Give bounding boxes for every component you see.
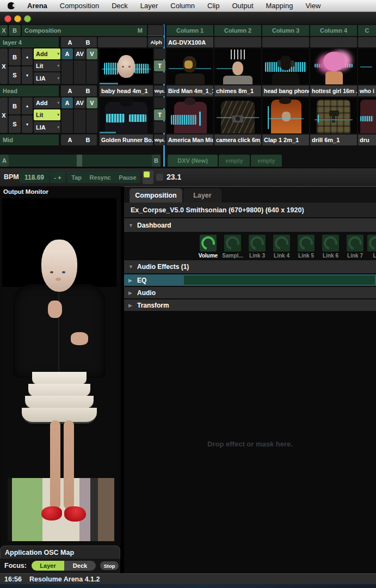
layer-mid-ab[interactable]: A B <box>61 134 97 145</box>
layer-mid-solo-button[interactable]: S <box>9 115 21 133</box>
layer-head-bypass-button[interactable]: B <box>9 48 21 65</box>
column-header-3[interactable]: Column 3 <box>262 25 309 36</box>
menu-composition[interactable]: Composition <box>60 2 99 10</box>
clip-thumb-america-man[interactable] <box>167 97 213 133</box>
knob-link4[interactable]: Link 4 <box>269 235 294 259</box>
clip-slot-empty[interactable] <box>358 37 376 47</box>
stop-button[interactable]: Stop <box>100 561 119 570</box>
layer-mid-up-button[interactable]: ▲ <box>22 97 33 114</box>
layer-head-blend-lit[interactable]: Lit▾ <box>34 60 60 71</box>
layer-head-t-button[interactable]: T <box>154 60 165 71</box>
focus-layer-button[interactable]: Layer <box>32 561 64 571</box>
layer4-alpha-button[interactable]: Alph <box>148 37 164 47</box>
layer-head-up-button[interactable]: ▲ <box>22 48 33 65</box>
layer-mid-active-clip-thumb[interactable] <box>100 97 153 133</box>
layer-head-v-column[interactable] <box>87 60 97 84</box>
layer-head-ab[interactable]: A B <box>61 85 97 96</box>
tab-composition[interactable]: Composition <box>130 188 182 203</box>
layer-mid-t-button[interactable]: T <box>154 109 165 120</box>
clip-name-hottest-girl[interactable]: hottest girl 16m ... <box>310 85 357 96</box>
deck-tab-dxv[interactable]: DXV (New) <box>168 155 218 167</box>
bpm-value-field[interactable]: 118.69 <box>20 171 49 183</box>
layer-mid-v-column[interactable] <box>87 109 97 133</box>
knob-link3[interactable]: Link 3 <box>245 235 269 259</box>
clip-thumb-head-bang[interactable] <box>262 48 309 84</box>
clip-name-head-bang[interactable]: head bang phone... <box>262 85 309 96</box>
knob-sample[interactable]: Sampl... <box>220 235 245 259</box>
crossfader-handle[interactable] <box>77 155 82 167</box>
collapse-triangle-icon[interactable]: ▼ <box>124 264 137 270</box>
menu-mapping[interactable]: Mapping <box>266 2 293 10</box>
clip-name-clap[interactable]: Clap 1 2m_1 <box>262 134 309 145</box>
layer-head-av-column[interactable] <box>74 60 85 84</box>
tab-layer[interactable]: Layer <box>183 188 221 203</box>
comp-master-button[interactable]: M <box>138 27 147 34</box>
composition-label-bar[interactable]: Composition M <box>22 25 147 36</box>
crossfader[interactable]: A B <box>0 155 161 167</box>
layer-mid-x-button[interactable]: X <box>0 97 8 133</box>
expand-triangle-icon[interactable]: ▶ <box>124 303 137 308</box>
tap-button[interactable]: Tap <box>71 174 82 181</box>
clip-thumb-bird-man[interactable] <box>167 48 213 84</box>
layer-mid-clip-name[interactable]: Golden Runner Bo... <box>100 134 153 145</box>
layer-mid-a-column[interactable] <box>61 109 73 133</box>
knob-link6[interactable]: Link 6 <box>318 235 343 259</box>
clip-thumb-camera-click[interactable] <box>214 97 261 133</box>
layer-mid-transition-empty[interactable] <box>154 97 165 108</box>
clip-thumb-chimes[interactable] <box>214 48 261 84</box>
layer-mid-bypass-button[interactable]: B <box>9 97 21 114</box>
knob-link7[interactable]: Link 7 <box>343 235 367 259</box>
layer-head-x-button[interactable]: X <box>0 48 8 84</box>
bpm-dec-inc-buttons[interactable]: - + <box>50 171 65 183</box>
layer-head-wipe-button[interactable]: WipL <box>154 85 165 96</box>
column-header-4[interactable]: Column 4 <box>310 25 357 36</box>
clip-slot-empty[interactable] <box>214 37 261 47</box>
layer-head-transition-empty[interactable] <box>154 72 165 84</box>
resync-button[interactable]: Resync <box>90 174 111 181</box>
close-button[interactable] <box>4 15 11 22</box>
layer-mid-blend-add[interactable]: Add▾ <box>34 97 60 108</box>
layer-mid-audio-button[interactable]: A <box>61 97 73 108</box>
deck-tab-empty-1[interactable]: empty <box>219 155 250 167</box>
layer-mid-down-button[interactable]: ▼ <box>22 115 33 133</box>
clip-thumb-who[interactable] <box>358 48 376 84</box>
knob-link5[interactable]: Link 5 <box>294 235 318 259</box>
comp-x-button[interactable]: X <box>0 25 8 36</box>
audio-section-header[interactable]: ▶ Audio <box>124 287 376 298</box>
eq-effect-row[interactable]: ▶ EQ <box>124 274 376 286</box>
layer-head-name-bar[interactable]: Head <box>0 85 59 96</box>
minimize-button[interactable] <box>14 15 21 22</box>
knob-link8[interactable]: Li <box>367 235 376 259</box>
clip-thumb-dru[interactable] <box>358 97 376 133</box>
layer-head-blend-lia[interactable]: LIA▾ <box>34 72 60 84</box>
layer4-opacity-slider[interactable] <box>98 37 147 47</box>
layer-head-a-column[interactable] <box>61 60 73 84</box>
clip-thumb-drill[interactable] <box>310 97 357 133</box>
layer-mid-blend-lit[interactable]: Lit▾ <box>34 109 60 120</box>
layer4-a[interactable]: A <box>68 39 72 46</box>
layer4-name-bar[interactable]: layer 4 <box>0 37 59 47</box>
layer-head-av-button[interactable]: AV <box>74 48 85 59</box>
clip-name-dru[interactable]: dru <box>358 134 376 145</box>
menu-view[interactable]: View <box>305 2 320 10</box>
clip-name-who[interactable]: who i <box>358 85 376 96</box>
layer-head-active-clip-thumb[interactable] <box>100 48 153 84</box>
layer-mid-blend-lia[interactable]: LIA▾ <box>34 121 60 133</box>
audio-effects-header[interactable]: ▼ Audio Effects (1) <box>124 260 376 273</box>
menu-arena[interactable]: Arena <box>27 2 47 10</box>
knob-volume[interactable]: Volume <box>196 235 220 259</box>
comp-bypass-button[interactable]: B <box>9 25 21 36</box>
column-header-1[interactable]: Column 1 <box>167 25 213 36</box>
layer-head-clip-name[interactable]: baby head 4m_1 <box>100 85 153 96</box>
layer-head-blend-add[interactable]: Add▾ <box>34 48 60 59</box>
layer-mid-transition-empty[interactable] <box>154 121 165 133</box>
effect-drop-zone[interactable]: Drop effect or mask here. <box>124 312 376 573</box>
layer-mid-wipe-button[interactable]: WipL <box>154 134 165 145</box>
b-label[interactable]: B <box>86 137 90 143</box>
zoom-button[interactable] <box>24 15 31 22</box>
apple-icon[interactable] <box>8 2 15 9</box>
layer-head-transition-empty[interactable] <box>154 48 165 59</box>
expand-triangle-icon[interactable]: ▶ <box>124 290 137 296</box>
layer-head-solo-button[interactable]: S <box>9 66 21 84</box>
clip-ag-dvx100a[interactable]: AG-DVX100A <box>167 37 213 47</box>
